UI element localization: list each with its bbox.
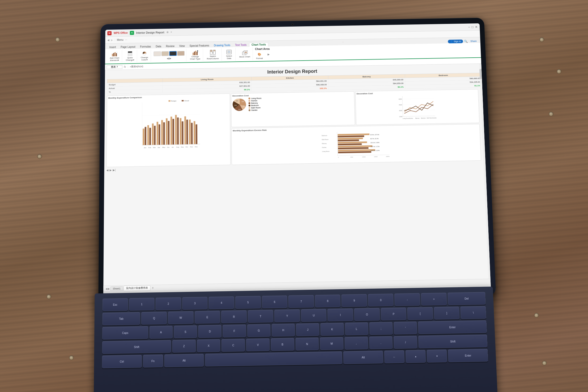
add-chart-element-btn[interactable]: + Add ChartElement▾ [109,50,120,62]
sign-in-button[interactable]: 👤 Sign in [448,40,463,44]
change-color-btn[interactable]: ChangeColor▾ [140,50,149,62]
key-1[interactable]: 1 [129,298,154,311]
key-semicolon[interactable]: ; [369,322,393,335]
chart-style-1[interactable] [154,51,161,56]
key-4[interactable]: 4 [209,296,234,309]
nav-next[interactable]: ▶ [110,169,112,172]
key-rshift[interactable]: Shift [418,335,488,348]
cell-reference-input[interactable] [106,65,122,69]
nav-prev[interactable]: ◀ [106,169,109,172]
key-up[interactable]: ▲ [406,350,426,363]
key-n[interactable]: N [295,338,319,351]
chart-style-3[interactable] [169,51,177,56]
change-chart-type-btn[interactable]: ChangeChart Type [189,49,202,61]
key-i[interactable]: I [327,308,353,321]
key-ctrl[interactable]: Ctrl [102,355,142,368]
tab-drawing-tools[interactable]: Drawing Tools [212,43,232,48]
key-w[interactable]: W [168,311,193,324]
key-r[interactable]: R [221,310,247,323]
move-chart-btn[interactable]: Move Chart [238,49,251,59]
new-tab-icon[interactable]: + [171,31,172,33]
key-slash[interactable]: / [394,336,417,349]
sheet-nav-prev[interactable]: ◀ [105,287,107,290]
quick-change-btn[interactable]: QuickChange▾ [125,50,135,62]
key-minus[interactable]: - [395,293,420,306]
sheet-tab-2[interactable]: 室内设计装修费用表 [123,285,150,291]
key-b[interactable]: B [271,338,294,351]
menu-btn[interactable]: Menu [117,39,123,41]
key-caps[interactable]: Caps [102,326,148,340]
key-equals[interactable]: = [421,293,447,306]
key-y[interactable]: Y [274,309,300,322]
nav-last[interactable]: ▶| [113,169,116,172]
key-l[interactable]: L [345,322,368,335]
tab-data[interactable]: Data [154,44,163,48]
search-icon[interactable]: 🔍 [464,40,468,43]
key-9[interactable]: 9 [342,294,367,307]
key-period[interactable]: . [369,336,393,349]
key-m[interactable]: M [320,337,344,350]
scrollbar-thumb[interactable] [479,69,482,79]
tab-chart-tools[interactable]: Chart Tools [249,42,268,47]
tab-special-features[interactable]: Special Features [188,44,211,48]
key-lbracket[interactable]: [ [407,307,433,320]
key-quote[interactable]: ' [394,321,417,334]
share-button[interactable]: Share [469,39,478,43]
sheet-tab-1[interactable]: Sheet1 [110,286,123,291]
key-2[interactable]: 2 [156,297,181,310]
key-q[interactable]: Q [141,312,167,325]
key-lalt[interactable]: Alt [164,354,204,367]
key-h[interactable]: H [272,323,295,336]
tab-formulas[interactable]: Formulas [138,45,153,49]
scroll-right-icon[interactable]: ▶ [169,57,172,60]
tab-close-icon[interactable]: ⊕ [166,31,168,34]
sheet-nav-next[interactable]: ▶ [108,287,110,290]
tab-insert[interactable]: Insert [107,45,118,49]
back-icon[interactable]: ◀ [107,39,109,42]
key-backslash[interactable]: \ [461,306,486,319]
key-5[interactable]: 5 [235,296,261,309]
chart-style-4[interactable] [177,51,185,56]
key-6[interactable]: 6 [262,295,287,308]
tab-review[interactable]: Review [164,44,177,48]
key-space[interactable] [205,351,342,367]
minimize-icon[interactable]: − [468,25,470,29]
key-c[interactable]: C [221,339,245,352]
key-a[interactable]: A [149,326,172,339]
key-s[interactable]: S [174,325,197,338]
key-u[interactable]: U [301,309,326,322]
key-z[interactable]: Z [172,340,196,353]
key-3[interactable]: 3 [182,297,207,310]
key-7[interactable]: 7 [288,295,314,308]
format-btn[interactable]: 🎨 Format [255,51,264,60]
key-o[interactable]: O [354,308,380,321]
key-tab[interactable]: Tab [102,312,140,325]
key-del[interactable]: Del [448,292,485,305]
add-sheet-btn[interactable]: + [151,286,155,290]
tab-page-layout[interactable]: Page Layout [118,45,137,49]
key-down[interactable]: ▼ [427,350,447,363]
chart-area-expand-btn[interactable]: ▶ [265,51,272,60]
key-p[interactable]: P [381,308,407,321]
forward-icon[interactable]: ▶ [111,39,113,41]
switch-row-column-btn[interactable]: SwitchRow/Column [206,49,220,61]
tab-view[interactable]: View [177,44,187,48]
key-left[interactable]: ← [384,350,404,363]
key-t[interactable]: T [248,310,273,323]
key-0[interactable]: 0 [368,293,394,306]
key-enter[interactable]: Enter [418,320,487,334]
key-fn[interactable]: Fn [143,355,163,368]
key-k[interactable]: K [321,323,344,336]
key-rbracket[interactable]: ] [434,306,460,319]
maximize-icon[interactable]: □ [471,25,474,29]
scroll-left-icon[interactable]: ◀ [167,57,169,60]
key-g[interactable]: G [247,324,271,337]
key-f[interactable]: F [223,325,246,338]
key-e[interactable]: E [195,311,220,324]
key-ralt[interactable]: Alt [343,351,383,364]
chart-style-2[interactable] [161,51,169,56]
key-x[interactable]: X [197,339,220,352]
menu-dots[interactable]: ··· [125,38,127,41]
key-d[interactable]: D [198,325,221,338]
key-8[interactable]: 8 [315,295,340,308]
